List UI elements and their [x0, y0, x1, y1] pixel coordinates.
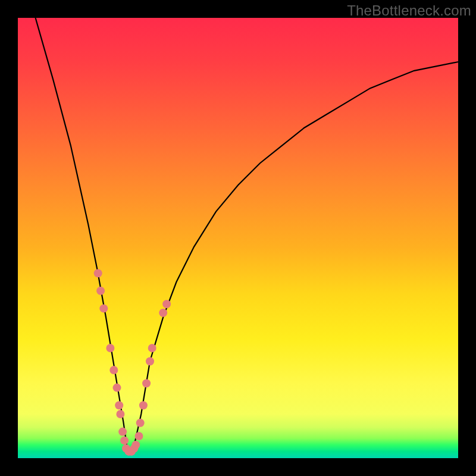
scatter-dot	[118, 428, 127, 436]
scatter-dot	[131, 441, 140, 449]
scatter-dot	[142, 379, 151, 387]
scatter-dot	[116, 410, 124, 418]
scatter-dot	[94, 269, 102, 277]
scatter-dot	[148, 344, 156, 352]
scatter-dots-group	[94, 269, 171, 456]
scatter-dot	[96, 287, 105, 295]
scatter-dot	[113, 384, 121, 392]
scatter-dot	[162, 300, 171, 308]
outer-frame: TheBottleneck.com	[0, 0, 476, 476]
scatter-dot	[115, 401, 123, 409]
scatter-dot	[106, 344, 114, 352]
scatter-dot	[99, 304, 108, 312]
scatter-dot	[135, 432, 143, 440]
plot-area	[18, 18, 458, 458]
scatter-dot	[109, 366, 118, 374]
scatter-dot	[120, 436, 129, 444]
scatter-dot	[159, 309, 167, 317]
chart-svg	[18, 18, 458, 458]
scatter-dot	[139, 401, 148, 409]
bottleneck-curve	[36, 18, 458, 454]
watermark-text: TheBottleneck.com	[347, 2, 471, 19]
scatter-dot	[146, 357, 154, 365]
scatter-dot	[136, 419, 145, 427]
